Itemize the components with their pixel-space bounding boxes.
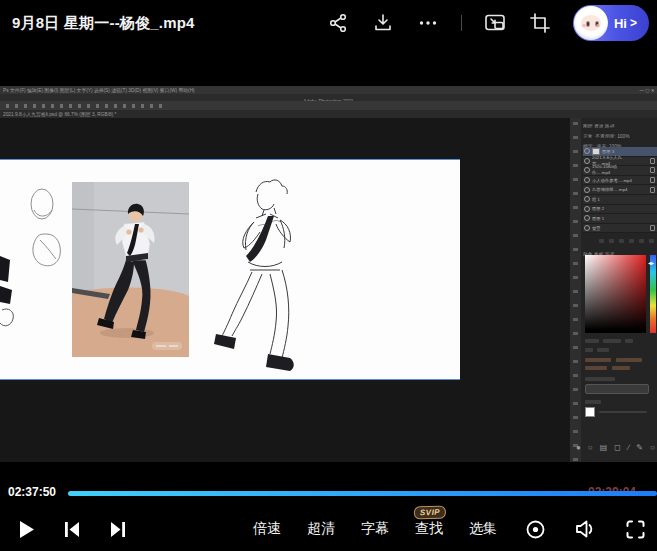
ps-canvas — [0, 159, 460, 380]
find-button[interactable]: SVIP 查找 — [415, 520, 443, 538]
canvas-artwork — [0, 160, 460, 379]
video-title: 9月8日 星期一--杨俊_.mp4 — [12, 14, 195, 33]
player-controls: 倍速 超清 字幕 SVIP 查找 选集 — [0, 507, 657, 551]
hue-strip — [650, 255, 656, 333]
eye-icon — [584, 215, 590, 221]
layer-row: 图层 2 — [583, 205, 657, 215]
ps-dropdown — [585, 384, 649, 394]
top-toolbar: Hi > — [326, 0, 649, 46]
progress-bar[interactable] — [68, 491, 657, 496]
eye-icon — [584, 225, 590, 231]
fullscreen-icon[interactable] — [623, 517, 647, 541]
layer-row: 背景 — [583, 224, 657, 234]
layer-row: 组 1 — [583, 195, 657, 205]
play-button[interactable] — [14, 517, 38, 541]
toolbar-divider — [461, 15, 462, 31]
eye-icon — [584, 158, 590, 164]
previous-button[interactable] — [60, 517, 84, 541]
layer-row: 图层 1 — [583, 214, 657, 224]
eye-icon — [584, 167, 590, 173]
ps-lock-row: 锁定: 填充: 100% — [583, 138, 657, 147]
ps-bottom-toolbar: ●○▤◻∕✎○ — [576, 443, 654, 452]
ps-panel-tabs: 图层 通道 路径 — [583, 118, 657, 128]
chevron-right-icon: > — [630, 16, 637, 30]
ps-tool-options — [6, 104, 166, 108]
lock-icon — [650, 167, 655, 173]
ps-title-bar: Adobe Photoshop 2021 — [0, 94, 657, 101]
ps-doc-tab-label: 2021.9.8小人九宫格li.psd @ 66.7% (图层 3, RGB/8… — [3, 110, 116, 117]
lock-icon — [650, 158, 655, 164]
lock-icon — [650, 225, 655, 231]
eye-icon — [584, 177, 590, 183]
picture-in-picture-icon[interactable] — [483, 11, 507, 35]
next-button[interactable] — [106, 517, 130, 541]
reference-photo — [72, 182, 189, 357]
eye-icon — [584, 148, 590, 154]
lock-label: 锁定: — [583, 144, 594, 147]
share-icon[interactable] — [326, 11, 350, 35]
ps-document-tab: 2021.9.8小人九宫格li.psd @ 66.7% (图层 3, RGB/8… — [0, 110, 657, 118]
fill-label: 填充: 100% — [597, 144, 622, 147]
ps-menu-bar: Ps 文件(F) 编辑(E) 图像(I) 图层(L) 文字(Y) 选择(S) 滤… — [0, 86, 657, 94]
ps-options-bar — [0, 101, 657, 110]
account-pill[interactable]: Hi > — [573, 5, 649, 41]
settings-icon[interactable] — [523, 517, 547, 541]
layer-row: 1920-1080动作….mp4 — [583, 166, 657, 176]
episodes-button[interactable]: 选集 — [469, 520, 497, 538]
current-time: 02:37:50 — [8, 485, 56, 499]
lock-icon — [650, 177, 655, 183]
more-icon[interactable] — [416, 11, 440, 35]
ps-brush-controls — [585, 339, 651, 417]
ps-right-dock: 图层 通道 路径 正常 不透明度: 100% 锁定: 填充: 100% 图层 3… — [570, 118, 657, 462]
video-surface[interactable]: Ps 文件(F) 编辑(E) 图像(I) 图层(L) 文字(Y) 选择(S) 滤… — [0, 86, 657, 462]
layer-row: 小人动作参考….mp4 — [583, 176, 657, 186]
ps-window-controls: — ▢ ✕ — [637, 86, 657, 94]
svip-badge: SVIP — [414, 505, 447, 519]
avatar — [574, 6, 608, 40]
quality-button[interactable]: 超清 — [307, 520, 335, 538]
eye-icon — [584, 206, 590, 212]
eye-icon — [584, 196, 590, 202]
video-player-app: 9月8日 星期一--杨俊_.mp4 — [0, 0, 657, 551]
color-picker-field — [585, 255, 646, 333]
ps-toolbox — [570, 118, 581, 462]
playback-speed-button[interactable]: 倍速 — [253, 520, 281, 538]
subtitles-button[interactable]: 字幕 — [361, 520, 389, 538]
layer-row: 九宫格排版….mp4 — [583, 185, 657, 195]
eye-icon — [584, 187, 590, 193]
crop-icon[interactable] — [528, 11, 552, 35]
hue-marker: ◂▸ — [648, 260, 657, 266]
left-sketch-fragments — [0, 256, 13, 326]
lock-icon — [650, 187, 655, 193]
photo-watermark — [152, 342, 182, 350]
account-greeting: Hi — [614, 16, 627, 31]
ps-layer-list: 图层 3 2021.9.8小人九宫….mp4 1920-1080动作….mp4 … — [583, 147, 657, 233]
thumbnail-ovals — [31, 189, 60, 266]
ps-blend-mode-row: 正常 不透明度: 100% — [583, 128, 657, 138]
volume-icon[interactable] — [573, 517, 597, 541]
ps-layer-actions — [583, 236, 657, 246]
download-icon[interactable] — [371, 11, 395, 35]
foreground-swatch — [585, 407, 595, 417]
player-top-bar: 9月8日 星期一--杨俊_.mp4 — [0, 0, 657, 46]
ps-menu-items: Ps 文件(F) 编辑(E) 图像(I) 图层(L) 文字(Y) 选择(S) 滤… — [3, 86, 195, 93]
line-art-sketch — [214, 180, 294, 371]
